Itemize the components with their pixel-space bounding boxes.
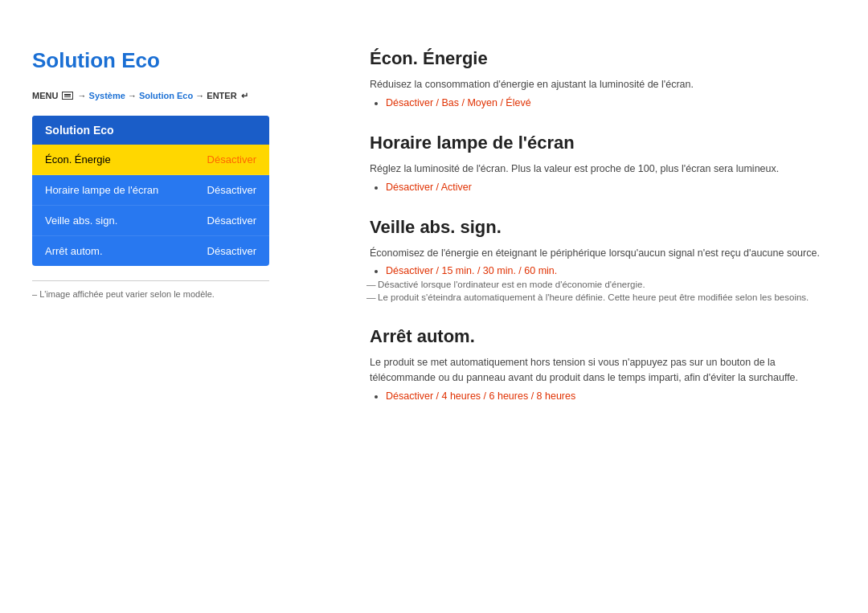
section-desc-arret: Le produit se met automatiquement hors t… bbox=[370, 355, 836, 386]
note-line-1: Désactivé lorsque l'ordinateur est en mo… bbox=[370, 280, 836, 289]
breadcrumb: MENU → Système → Solution Eco → ENTER ↵ bbox=[32, 91, 305, 101]
menu-item-value: Désactiver bbox=[207, 184, 256, 196]
menu-item-label: Horaire lampe de l'écran bbox=[45, 184, 158, 196]
section-desc-econ: Réduisez la consommation d'énergie en aj… bbox=[370, 77, 836, 92]
menu-item-label: Arrêt autom. bbox=[45, 245, 103, 257]
image-note: – L'image affichée peut varier selon le … bbox=[32, 280, 269, 299]
eco-menu: Solution Eco Écon. Énergie Désactiver Ho… bbox=[32, 116, 269, 266]
menu-item-value: Désactiver bbox=[207, 215, 256, 227]
section-options-veille: Désactiver / 15 min. / 30 min. / 60 min. bbox=[370, 265, 836, 276]
menu-item-econ-energie[interactable]: Écon. Énergie Désactiver bbox=[32, 145, 269, 175]
breadcrumb-arrow2: → bbox=[128, 91, 139, 100]
option-highlight: Désactiver / 4 heures / 6 heures / 8 heu… bbox=[386, 390, 575, 402]
menu-item-label: Écon. Énergie bbox=[45, 153, 111, 166]
section-desc-veille: Économisez de l'énergie en éteignant le … bbox=[370, 246, 836, 261]
section-title-arret: Arrêt autom. bbox=[370, 326, 836, 347]
section-options-econ: Désactiver / Bas / Moyen / Élevé bbox=[370, 97, 836, 108]
section-econ-energie: Écon. Énergie Réduisez la consommation d… bbox=[370, 48, 836, 108]
menu-item-arret-autom[interactable]: Arrêt autom. Désactiver bbox=[32, 236, 269, 266]
option-highlight: Désactiver / Activer bbox=[386, 182, 472, 193]
section-title-veille: Veille abs. sign. bbox=[370, 217, 836, 238]
section-title-horaire: Horaire lampe de l'écran bbox=[370, 133, 836, 153]
note-line-2: Le produit s'éteindra automatiquement à … bbox=[370, 292, 836, 302]
page-title: Solution Eco bbox=[32, 48, 305, 73]
breadcrumb-arrow3: → bbox=[195, 91, 207, 100]
breadcrumb-enter: ENTER ↵ bbox=[207, 91, 248, 100]
breadcrumb-menu: MENU bbox=[32, 91, 75, 100]
section-horaire-lampe: Horaire lampe de l'écran Réglez la lumin… bbox=[370, 133, 836, 193]
section-options-horaire: Désactiver / Activer bbox=[370, 182, 836, 193]
menu-item-horaire-lampe[interactable]: Horaire lampe de l'écran Désactiver bbox=[32, 175, 269, 206]
menu-icon bbox=[62, 92, 73, 100]
section-veille-abs: Veille abs. sign. Économisez de l'énergi… bbox=[370, 217, 836, 303]
breadcrumb-arrow1: → bbox=[78, 91, 89, 100]
eco-menu-header: Solution Eco bbox=[32, 116, 269, 145]
section-arret-autom: Arrêt autom. Le produit se met automatiq… bbox=[370, 326, 836, 402]
left-panel: Solution Eco MENU → Système → Solution E… bbox=[32, 48, 338, 581]
section-title-econ: Écon. Énergie bbox=[370, 48, 836, 69]
menu-item-value: Désactiver bbox=[207, 153, 256, 166]
option-highlight: Désactiver / 15 min. / 30 min. / 60 min. bbox=[386, 265, 557, 276]
menu-item-label: Veille abs. sign. bbox=[45, 215, 117, 227]
menu-item-value: Désactiver bbox=[207, 245, 256, 257]
section-options-arret: Désactiver / 4 heures / 6 heures / 8 heu… bbox=[370, 390, 836, 402]
section-desc-horaire: Réglez la luminosité de l'écran. Plus la… bbox=[370, 161, 836, 177]
breadcrumb-solution-eco: Solution Eco bbox=[139, 91, 193, 100]
option-highlight: Désactiver / Bas / Moyen / Élevé bbox=[386, 97, 531, 108]
breadcrumb-systeme: Système bbox=[89, 91, 125, 100]
enter-icon: ↵ bbox=[241, 91, 248, 101]
menu-item-veille-abs[interactable]: Veille abs. sign. Désactiver bbox=[32, 206, 269, 236]
right-panel: Écon. Énergie Réduisez la consommation d… bbox=[338, 48, 836, 581]
